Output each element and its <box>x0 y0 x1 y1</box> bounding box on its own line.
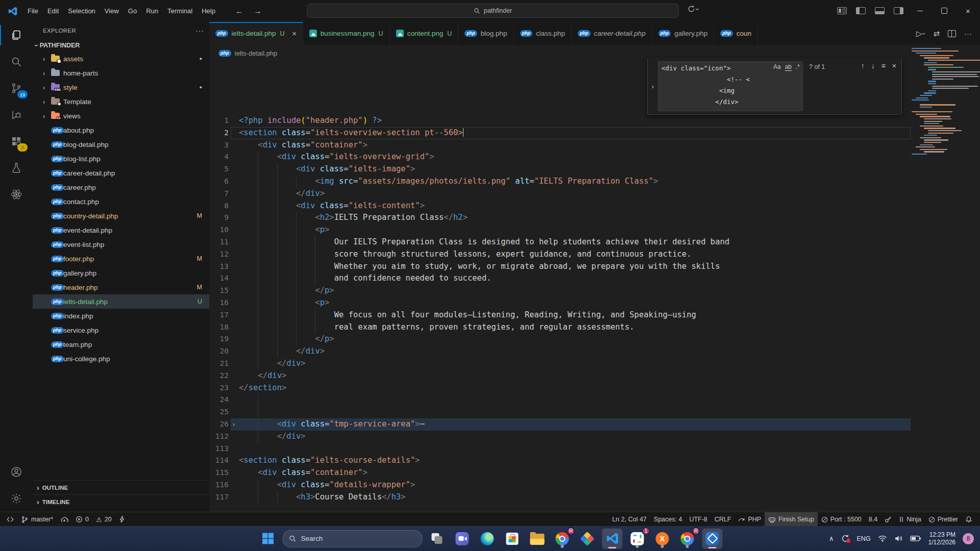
code-line[interactable]: 113 <box>209 443 912 455</box>
extensions-icon[interactable]: ⚠ <box>0 128 33 155</box>
source-control-icon[interactable]: 19 <box>0 75 33 102</box>
start-taskbar-icon[interactable] <box>258 529 278 549</box>
sidebar-item-event-detail-php[interactable]: phpevent-detail.php <box>33 223 209 237</box>
tab-blog-php[interactable]: phpblog.php <box>458 22 513 45</box>
code-line[interactable]: 115 <div class="container"> <box>209 467 912 479</box>
menu-edit[interactable]: Edit <box>43 5 63 17</box>
sync-alert-icon[interactable] <box>841 534 850 543</box>
regex-icon[interactable]: .* <box>796 63 800 71</box>
sidebar-item-about-php[interactable]: phpabout.php <box>33 123 209 137</box>
next-match-icon[interactable]: ↓ <box>871 62 875 114</box>
errors[interactable]: 0 <box>72 512 92 527</box>
minimap[interactable] <box>912 45 975 512</box>
slack-taskbar-icon[interactable]: 1 <box>627 529 648 549</box>
live-server-port[interactable]: Port : 5500 <box>818 512 865 527</box>
code-line[interactable]: 6 <img src="assets/images/photos/ielts.p… <box>209 176 912 188</box>
code-editor[interactable]: 1<?php include("header.php") ?>2<section… <box>209 61 912 512</box>
code-line[interactable]: 112 </div> <box>209 431 912 443</box>
tab-class-php[interactable]: phpclass.php <box>514 22 572 45</box>
forward-icon[interactable]: → <box>251 7 265 16</box>
sidebar-item-career-php[interactable]: phpcareer.php <box>33 180 209 194</box>
sidebar-item-footer-php[interactable]: phpfooter.phpM <box>33 252 209 266</box>
tab-career-detail-php[interactable]: phpcareer-detail.php <box>572 22 652 45</box>
code-line[interactable]: 114<section class="ielts-course-details"… <box>209 455 912 467</box>
find-input[interactable]: <div class="icon"> <!-- < <img </div> Aa… <box>658 61 803 111</box>
chrome-taskbar-icon[interactable]: R <box>552 529 573 549</box>
taskbar-search[interactable]: Search <box>283 530 423 547</box>
run-debug-icon[interactable] <box>0 102 33 128</box>
sidebar-item-style[interactable]: ›cssstyle● <box>33 80 209 94</box>
store-taskbar-icon[interactable] <box>502 529 523 549</box>
close-tab-icon[interactable]: × <box>292 30 297 38</box>
menu-file[interactable]: File <box>23 5 43 17</box>
sidebar-item-event-list-php[interactable]: phpevent-list.php <box>33 237 209 252</box>
wifi-icon[interactable] <box>878 535 887 542</box>
sidebar-item-team-php[interactable]: phpteam.php <box>33 337 209 352</box>
license-key[interactable] <box>881 512 895 527</box>
code-line[interactable]: 15 </p> <box>209 285 912 297</box>
eol[interactable]: CRLF <box>711 512 735 527</box>
sidebar-item-career-detail-php[interactable]: phpcareer-detail.php <box>33 166 209 180</box>
workspace-section[interactable]: › PATHFINDER <box>33 39 209 52</box>
code-line[interactable]: 21 </div> <box>209 358 912 370</box>
code-line[interactable]: 17 We focus on all four modules—Listenin… <box>209 309 912 321</box>
code-line[interactable]: 11 Our IELTS Preparation Class is design… <box>209 236 912 248</box>
tab-gallery-php[interactable]: phpgallery.php <box>652 22 715 45</box>
php-version[interactable]: 8.4 <box>865 512 881 527</box>
menu-terminal[interactable]: Terminal <box>163 5 197 17</box>
language-indicator[interactable]: ENG <box>857 535 871 542</box>
code-line[interactable]: 117 <h3>Course Details</h3> <box>209 491 912 504</box>
sidebar-item-uni-college-php[interactable]: phpuni-college.php <box>33 352 209 366</box>
code-line[interactable]: 24 <box>209 394 912 406</box>
match-case-icon[interactable]: Aa <box>773 63 781 71</box>
restore-button[interactable] <box>932 0 956 21</box>
sidebar-item-service-php[interactable]: phpservice.php <box>33 323 209 337</box>
code-line[interactable]: 18 real exam patterns, proven strategies… <box>209 321 912 334</box>
customize-layout-icon[interactable] <box>837 7 847 14</box>
code-line[interactable]: 3 <div class="container"> <box>209 139 912 152</box>
search-icon[interactable] <box>0 48 33 75</box>
code-line[interactable]: 14 and confidence needed to succeed. <box>209 272 912 285</box>
sidebar-item-contact-php[interactable]: phpcontact.php <box>33 194 209 209</box>
outline-section[interactable]: › OUTLINE <box>33 480 209 495</box>
warnings[interactable]: ⚠20 <box>92 512 115 527</box>
open-changes-icon[interactable]: ⇄ <box>933 29 940 38</box>
tray-chevron-up-icon[interactable]: ∧ <box>829 535 834 542</box>
sidebar-item-ielts-detail-php[interactable]: phpielts-detail.phpU <box>33 294 209 309</box>
account-icon[interactable] <box>0 459 33 485</box>
tab-content-png[interactable]: content.pngU <box>390 22 459 45</box>
more-actions-icon[interactable]: ··· <box>964 29 972 38</box>
git-branch[interactable]: master* <box>17 512 57 527</box>
notification-count-badge[interactable]: 8 <box>963 533 974 544</box>
code-line[interactable]: 12 score through structured lessons, exp… <box>209 248 912 261</box>
xampp-taskbar-icon[interactable]: X <box>652 529 673 549</box>
sidebar-item-blog-detail-php[interactable]: phpblog-detail.php <box>33 137 209 152</box>
indentation[interactable]: Spaces: 4 <box>650 512 686 527</box>
cursor-position[interactable]: Ln 2, Col 47 <box>608 512 650 527</box>
clock[interactable]: 12:23 PM 1/12/2026 <box>928 531 955 546</box>
code-line[interactable]: 19 </p> <box>209 333 912 345</box>
code-line[interactable]: 10 <p> <box>209 224 912 236</box>
file-explorer-taskbar-icon[interactable] <box>527 529 548 549</box>
encoding[interactable]: UTF-8 <box>685 512 710 527</box>
remote-indicator[interactable] <box>3 512 17 527</box>
menu-run[interactable]: Run <box>141 5 163 17</box>
edge-taskbar-icon[interactable] <box>477 529 498 549</box>
notifications[interactable] <box>962 512 976 527</box>
sidebar-item-views[interactable]: ›<>views <box>33 109 209 123</box>
toggle-sidebar-icon[interactable] <box>856 7 866 14</box>
menu-go[interactable]: Go <box>124 5 141 17</box>
publish-changes[interactable] <box>57 512 72 527</box>
prettier[interactable]: Prettier <box>925 512 962 527</box>
react-extension-icon[interactable] <box>0 181 33 208</box>
chat-taskbar-icon[interactable] <box>452 529 473 549</box>
sidebar-item-index-php[interactable]: phpindex.php <box>33 309 209 323</box>
photos-taskbar-icon[interactable] <box>702 529 723 549</box>
code-line[interactable]: 8 <div class="ielts-content"> <box>209 200 912 212</box>
run-code-icon[interactable]: ▷› <box>916 29 925 38</box>
find-in-selection-icon[interactable]: ≡ <box>881 62 886 114</box>
menu-selection[interactable]: Selection <box>63 5 100 17</box>
toggle-replace-icon[interactable]: › <box>648 58 658 114</box>
minimize-button[interactable] <box>908 0 932 21</box>
language-mode[interactable]: PHP <box>734 512 765 527</box>
